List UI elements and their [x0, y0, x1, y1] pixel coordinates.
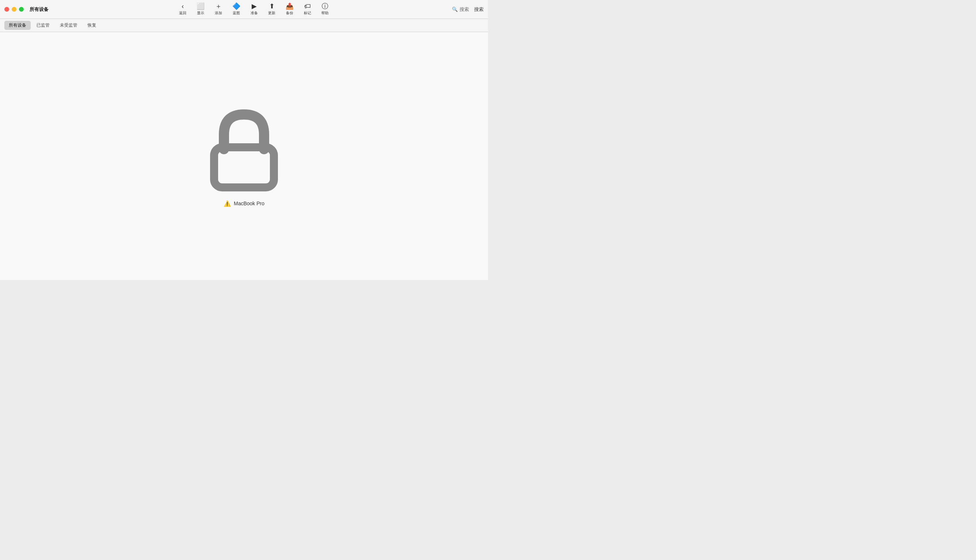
- lock-icon: [204, 105, 284, 193]
- update-label: 更新: [268, 10, 275, 16]
- help-label: 帮助: [321, 10, 329, 16]
- prepare-icon: ▶: [252, 3, 257, 10]
- tag-button[interactable]: 🏷 标记: [299, 2, 315, 17]
- display-icon: ⬜: [197, 3, 205, 10]
- device-label: ⚠️ MacBook Pro: [224, 200, 264, 207]
- backup-icon: 📤: [285, 3, 294, 10]
- search-text: 搜索: [460, 6, 469, 13]
- tab-unsupervised[interactable]: 未受监管: [55, 21, 82, 30]
- back-button[interactable]: ‹ 返回: [175, 2, 191, 17]
- window-title: 所有设备: [30, 6, 48, 13]
- help-icon: ⓘ: [322, 3, 328, 10]
- back-label: 返回: [179, 10, 186, 16]
- window-controls: [4, 7, 24, 12]
- backup-label: 备份: [286, 10, 293, 16]
- warning-icon: ⚠️: [224, 200, 231, 207]
- device-name: MacBook Pro: [234, 200, 264, 207]
- blueprint-button[interactable]: 🔷 蓝图: [228, 2, 245, 17]
- search-box[interactable]: 🔍 搜索: [452, 6, 469, 13]
- back-icon: ‹: [182, 3, 184, 10]
- main-content: ⚠️ MacBook Pro: [0, 32, 488, 280]
- tag-label: 标记: [304, 10, 311, 16]
- tab-restore[interactable]: 恢复: [83, 21, 101, 30]
- prepare-label: 准备: [250, 10, 258, 16]
- minimize-button[interactable]: [12, 7, 17, 12]
- backup-button[interactable]: 📤 备份: [281, 2, 298, 17]
- add-label: 添加: [215, 10, 222, 16]
- update-icon: ⬆: [269, 3, 275, 10]
- tab-supervised[interactable]: 已监管: [32, 21, 54, 30]
- tabbar: 所有设备 已监管 未受监管 恢复: [0, 19, 488, 32]
- display-button[interactable]: ⬜ 显示: [192, 2, 209, 17]
- update-button[interactable]: ⬆ 更新: [264, 2, 280, 17]
- add-button[interactable]: ＋ 添加: [210, 2, 227, 17]
- titlebar: 所有设备 ‹ 返回 ⬜ 显示 ＋ 添加 🔷 蓝图 ▶ 准备 ⬆ 更新 📤 备份: [0, 0, 488, 19]
- toolbar: ‹ 返回 ⬜ 显示 ＋ 添加 🔷 蓝图 ▶ 准备 ⬆ 更新 📤 备份 🏷: [56, 2, 452, 17]
- search-icon: 🔍: [452, 7, 458, 12]
- add-icon: ＋: [215, 3, 222, 10]
- display-label: 显示: [197, 10, 204, 16]
- lock-container: ⚠️ MacBook Pro: [204, 105, 284, 207]
- blueprint-icon: 🔷: [232, 3, 240, 10]
- close-button[interactable]: [4, 7, 9, 12]
- blueprint-label: 蓝图: [233, 10, 240, 16]
- prepare-button[interactable]: ▶ 准备: [246, 2, 262, 17]
- maximize-button[interactable]: [19, 7, 24, 12]
- tag-icon: 🏷: [304, 3, 311, 10]
- tab-all-devices[interactable]: 所有设备: [4, 21, 31, 30]
- help-button[interactable]: ⓘ 帮助: [317, 2, 333, 17]
- search-area: 🔍 搜索 搜索: [452, 6, 484, 13]
- search-right-label: 搜索: [474, 6, 484, 13]
